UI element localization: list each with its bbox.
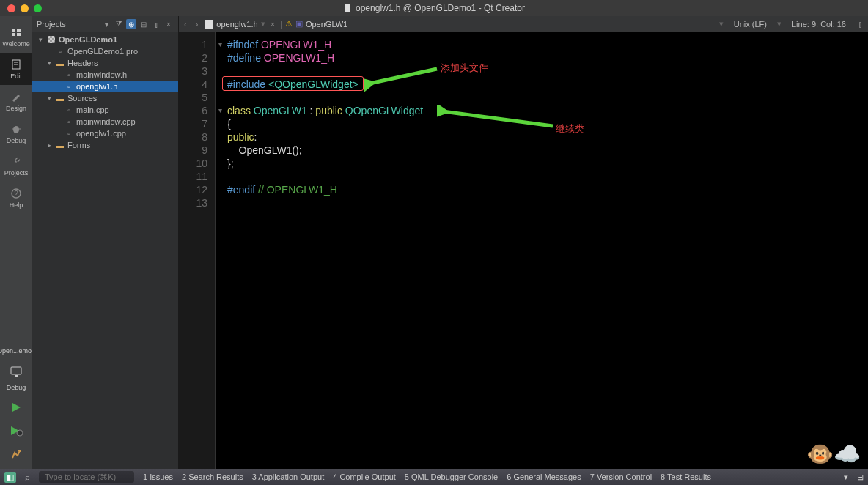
annotation-highlight-box	[222, 76, 364, 91]
annotation-add-header: 添加头文件	[441, 62, 488, 75]
kit-selector[interactable]	[0, 360, 32, 381]
mode-help[interactable]: ? Help	[0, 182, 32, 214]
svg-rect-4	[17, 33, 21, 36]
nav-fwd-icon[interactable]: ›	[194, 20, 201, 29]
fold-column: ▾ ▾	[216, 32, 224, 469]
help-icon: ?	[10, 187, 23, 200]
link-icon[interactable]: ⊕	[126, 19, 136, 29]
window-title: openglw1.h @ OpenGLDemo1 - Qt Creator	[356, 3, 525, 13]
cpp-file-icon: ▫	[65, 117, 73, 126]
svg-rect-16	[205, 20, 213, 29]
home-icon	[10, 26, 23, 39]
chevron-down-icon[interactable]: ▾	[261, 19, 265, 29]
tree-project-root[interactable]: ▾OpenGLDemo1	[32, 34, 178, 45]
minimize-window-icon[interactable]	[21, 4, 29, 12]
svg-text:?: ?	[14, 190, 18, 198]
h-file-icon: ▫	[65, 70, 73, 79]
status-tab-search[interactable]: 2 Search Results	[182, 473, 243, 481]
tree-pro-file[interactable]: ▫OpenGLDemo1.pro	[32, 45, 178, 57]
mode-design[interactable]: Design	[0, 85, 32, 117]
status-tab-qml[interactable]: 5 QML Debugger Console	[405, 473, 498, 481]
editor-area: ‹ › openglw1.h ▾ × | ⚠ ▣ OpenGLW1 ▾ Unix…	[179, 16, 868, 469]
status-tab-issues[interactable]: 1 Issues	[143, 473, 173, 481]
status-bar: ◧ ⌕ 1 Issues 2 Search Results 3 Applicat…	[0, 469, 868, 485]
edit-icon	[10, 58, 23, 71]
h-file-icon	[205, 20, 213, 29]
chevron-down-icon[interactable]: ▾	[719, 19, 724, 29]
titlebar: openglw1.h @ OpenGLDemo1 - Qt Creator	[0, 0, 868, 16]
maximize-window-icon[interactable]	[34, 4, 42, 12]
tree-file[interactable]: ▫mainwindow.cpp	[32, 116, 178, 127]
svg-rect-14	[15, 375, 18, 377]
split-editor-icon[interactable]: ⫿	[856, 20, 865, 29]
symbol-icon: ▣	[295, 19, 303, 29]
wrench-icon	[10, 155, 23, 168]
svg-rect-3	[12, 33, 15, 36]
encoding-label[interactable]: Unix (LF)	[728, 20, 773, 29]
folder-icon: ▬	[56, 141, 65, 149]
nav-back-icon[interactable]: ‹	[182, 20, 189, 29]
close-icon[interactable]: ×	[163, 19, 174, 29]
svg-rect-1	[12, 29, 15, 32]
kit-label: Open...emo1	[0, 347, 35, 355]
file-icon	[343, 4, 352, 12]
code-content[interactable]: #ifndef OPENGLW1_H #define OPENGLW1_H #i…	[224, 32, 868, 469]
run-debug-button[interactable]	[0, 421, 32, 441]
line-number-gutter: 1 2 3 4 5 6 7 8 9 10 11 12 13	[179, 32, 216, 469]
mode-projects[interactable]: Projects	[0, 149, 32, 182]
chevron-down-icon[interactable]: ▾	[844, 473, 848, 482]
mode-welcome[interactable]: Welcome	[0, 21, 32, 53]
tree-forms-folder[interactable]: ▸▬Forms	[32, 139, 178, 151]
folder-icon: ▬	[56, 94, 65, 103]
cursor-position[interactable]: Line: 9, Col: 16	[786, 20, 852, 29]
code-editor[interactable]: 1 2 3 4 5 6 7 8 9 10 11 12 13 ▾ ▾ #ifnde…	[179, 32, 868, 469]
sidebar-title[interactable]: Projects	[37, 20, 66, 29]
bug-icon	[10, 122, 23, 136]
svg-rect-0	[345, 4, 350, 12]
status-tab-app-output[interactable]: 3 Application Output	[252, 473, 324, 481]
close-window-icon[interactable]	[7, 4, 15, 12]
project-sidebar: Projects ▾ ⧩ ⊕ ⊟ ⫿ × ▾OpenGLDemo1 ▫OpenG…	[32, 16, 179, 469]
mode-bar: Welcome Edit Design Debug Projects ? Hel…	[0, 16, 32, 469]
mode-debug[interactable]: Debug	[0, 117, 32, 149]
status-tab-vcs[interactable]: 7 Version Control	[590, 473, 652, 481]
project-tree: ▾OpenGLDemo1 ▫OpenGLDemo1.pro ▾▬Headers …	[32, 32, 178, 469]
cpp-file-icon: ▫	[65, 105, 73, 114]
sidebar-toggle-icon[interactable]: ◧	[4, 472, 16, 483]
tree-headers-folder[interactable]: ▾▬Headers	[32, 57, 178, 69]
svg-rect-13	[11, 367, 21, 374]
run-button[interactable]	[0, 397, 32, 418]
close-tab-icon[interactable]: ×	[268, 20, 277, 29]
sync-icon[interactable]: ⊟	[139, 19, 149, 29]
svg-point-15	[17, 430, 23, 436]
tree-file[interactable]: ▫openglw1.cpp	[32, 127, 178, 139]
status-tab-tests[interactable]: 8 Test Results	[661, 473, 711, 481]
status-tab-messages[interactable]: 6 General Messages	[507, 473, 581, 481]
editor-symbol[interactable]: OpenGLW1	[306, 20, 347, 29]
mode-edit[interactable]: Edit	[0, 53, 32, 85]
tree-file[interactable]: ▫main.cpp	[32, 104, 178, 116]
chevron-down-icon[interactable]: ▾	[777, 19, 781, 29]
config-label: Debug	[7, 384, 26, 391]
tree-sources-folder[interactable]: ▾▬Sources	[32, 92, 178, 104]
h-file-icon: ▫	[65, 82, 73, 91]
svg-point-8	[13, 126, 19, 133]
editor-file-tab[interactable]: openglw1.h	[216, 20, 257, 29]
filter-icon[interactable]: ⧩	[114, 19, 124, 29]
tree-file[interactable]: ▫mainwindow.h	[32, 69, 178, 81]
cpp-file-icon: ▫	[65, 129, 73, 138]
chevron-down-icon[interactable]: ▾	[101, 19, 111, 29]
status-tab-compile[interactable]: 4 Compile Output	[333, 473, 396, 481]
design-icon	[10, 90, 23, 103]
svg-rect-2	[17, 29, 21, 32]
qt-project-icon	[47, 35, 56, 44]
build-button[interactable]	[0, 444, 32, 464]
tree-file-selected[interactable]: ▫openglw1.h	[32, 81, 178, 92]
split-icon[interactable]: ⫿	[151, 19, 161, 29]
close-panel-icon[interactable]: ⊟	[857, 473, 864, 482]
warning-icon: ⚠	[285, 19, 293, 29]
locator-input[interactable]	[39, 471, 134, 483]
editor-toolbar: ‹ › openglw1.h ▾ × | ⚠ ▣ OpenGLW1 ▾ Unix…	[179, 16, 868, 32]
file-icon: ▫	[56, 47, 65, 56]
search-icon: ⌕	[25, 473, 30, 481]
